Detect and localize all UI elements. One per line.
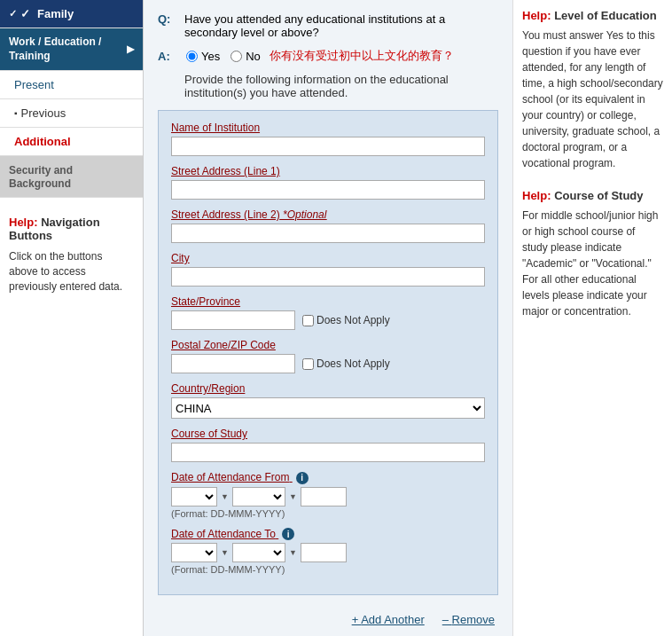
sidebar-item-work-label: Work / Education / Training	[9, 35, 127, 63]
date-from-dd-arrow: ▼	[221, 492, 229, 501]
state-input[interactable]	[171, 310, 295, 330]
address2-group: Street Address (Line 2) *Optional	[171, 208, 485, 243]
date-to-inputs: ▼ ▼	[171, 543, 485, 562]
no-option[interactable]: No	[231, 50, 261, 63]
answer-block: A: Yes No 你有没有受过初中以上文化的教育？	[158, 48, 498, 64]
help-course-rest: Course of Study	[554, 189, 643, 202]
add-another-link[interactable]: Add Another	[352, 613, 425, 626]
sidebar-item-security-label: Security and Background	[9, 164, 73, 190]
country-group: Country/Region CHINA UNITED STATES OTHER	[171, 382, 485, 419]
date-from-group: Date of Attendance From i ▼ ▼ (Format: D…	[171, 471, 485, 519]
sidebar-help-keyword: Help:	[9, 216, 38, 229]
state-label: State/Province	[171, 295, 485, 308]
postal-dna-text: Does Not Apply	[316, 357, 390, 370]
date-from-info-icon[interactable]: i	[296, 472, 309, 484]
help-level-body: You must answer Yes to this question if …	[522, 27, 663, 171]
date-from-label: Date of Attendance From i	[171, 471, 485, 484]
sidebar-item-additional[interactable]: Additional	[0, 128, 143, 156]
postal-group: Postal Zone/ZIP Code Does Not Apply	[171, 339, 485, 373]
sidebar-item-previous-label: Previous	[21, 106, 66, 120]
sidebar-item-previous[interactable]: Previous	[0, 99, 143, 128]
help-level-education: Help: Level of Education You must answer…	[522, 9, 663, 171]
date-to-info-icon[interactable]: i	[282, 528, 294, 540]
date-from-yyyy-input[interactable]	[301, 487, 347, 506]
date-from-mmm-arrow: ▼	[289, 492, 297, 501]
no-radio[interactable]	[231, 51, 242, 62]
postal-dna-label[interactable]: Does Not Apply	[302, 357, 390, 370]
course-group: Course of Study	[171, 428, 485, 462]
name-group: Name of Institution	[171, 122, 485, 156]
date-to-label: Date of Attendance To i	[171, 528, 485, 541]
date-to-yyyy-input[interactable]	[301, 543, 347, 562]
sidebar-item-family-label: Family	[37, 7, 74, 20]
question-text: Have you attended any educational instit…	[184, 12, 498, 39]
instruction-text: Provide the following information on the…	[158, 73, 498, 99]
country-select[interactable]: CHINA UNITED STATES OTHER	[171, 397, 485, 419]
yes-label: Yes	[201, 50, 220, 63]
name-input[interactable]	[171, 137, 485, 156]
address2-label: Street Address (Line 2) *Optional	[171, 208, 485, 221]
sidebar-help-body: Click on the buttons above to access pre…	[9, 249, 134, 294]
address2-input[interactable]	[171, 224, 485, 243]
address1-input[interactable]	[171, 180, 485, 200]
country-label: Country/Region	[171, 382, 485, 395]
question-label: Q:	[158, 12, 179, 26]
answer-label: A:	[158, 50, 179, 63]
date-from-mmm-select[interactable]	[232, 487, 285, 506]
help-course-body: For middle school/junior high or high sc…	[522, 208, 663, 319]
date-to-group: Date of Attendance To i ▼ ▼ (Format: DD-…	[171, 528, 485, 576]
city-input[interactable]	[171, 267, 485, 287]
name-label: Name of Institution	[171, 122, 485, 134]
sidebar-help-section: Help: Navigation Buttons Click on the bu…	[0, 205, 143, 304]
main-content: Q: Have you attended any educational ins…	[144, 0, 512, 636]
state-group: State/Province Does Not Apply	[171, 295, 485, 330]
course-input[interactable]	[171, 443, 485, 462]
address1-group: Street Address (Line 1)	[171, 165, 485, 200]
yes-option[interactable]: Yes	[186, 50, 220, 63]
sidebar-item-family[interactable]: ✓ Family	[0, 0, 143, 28]
remove-link[interactable]: Remove	[442, 613, 495, 626]
form-actions: Add Another Remove	[158, 606, 498, 633]
date-to-mmm-arrow: ▼	[289, 548, 297, 557]
address1-label: Street Address (Line 1)	[171, 165, 485, 177]
postal-label: Postal Zone/ZIP Code	[171, 339, 485, 351]
chinese-text: 你有没有受过初中以上文化的教育？	[270, 48, 454, 64]
help-level-rest: Level of Education	[554, 9, 657, 22]
question-block: Q: Have you attended any educational ins…	[158, 12, 498, 39]
state-dna-checkbox[interactable]	[302, 315, 314, 326]
no-label: No	[246, 50, 261, 63]
date-to-dd-arrow: ▼	[221, 548, 229, 557]
date-from-inputs: ▼ ▼	[171, 487, 485, 506]
help-course-study: Help: Course of Study For middle school/…	[522, 189, 663, 319]
arrow-right-icon: ▶	[127, 43, 134, 55]
state-dna-text: Does Not Apply	[316, 314, 390, 326]
city-label: City	[171, 252, 485, 264]
help-level-education-title: Help: Level of Education	[522, 9, 663, 22]
sidebar: ✓ Family Work / Education / Training ▶ P…	[0, 0, 144, 636]
city-group: City	[171, 252, 485, 287]
date-to-dd-select[interactable]	[171, 543, 217, 562]
sidebar-item-present-label: Present	[14, 78, 54, 91]
date-from-format: (Format: DD-MMM-YYYY)	[171, 508, 485, 519]
sidebar-help-title: Help: Navigation Buttons	[9, 216, 134, 242]
course-label: Course of Study	[171, 428, 485, 440]
date-to-mmm-select[interactable]	[232, 543, 285, 562]
sidebar-item-security[interactable]: Security and Background	[0, 156, 143, 198]
help-panel: Help: Level of Education You must answer…	[512, 0, 672, 636]
postal-input[interactable]	[171, 354, 295, 373]
date-from-dd-select[interactable]	[171, 487, 217, 506]
postal-dna-checkbox[interactable]	[302, 358, 314, 370]
postal-inline: Does Not Apply	[171, 354, 485, 373]
institution-form: Name of Institution Street Address (Line…	[158, 110, 498, 595]
yes-radio[interactable]	[186, 51, 198, 62]
help-level-keyword: Help:	[522, 9, 551, 22]
sidebar-item-work[interactable]: Work / Education / Training ▶	[0, 28, 143, 71]
sidebar-item-present[interactable]: Present	[0, 71, 143, 99]
date-to-format: (Format: DD-MMM-YYYY)	[171, 564, 485, 575]
family-checkmark-icon: ✓	[20, 7, 30, 20]
state-dna-label[interactable]: Does Not Apply	[302, 314, 390, 326]
help-course-title: Help: Course of Study	[522, 189, 663, 202]
yes-no-radio-group: Yes No	[186, 50, 261, 63]
sidebar-item-additional-label: Additional	[14, 135, 71, 148]
help-course-keyword: Help:	[522, 189, 551, 202]
